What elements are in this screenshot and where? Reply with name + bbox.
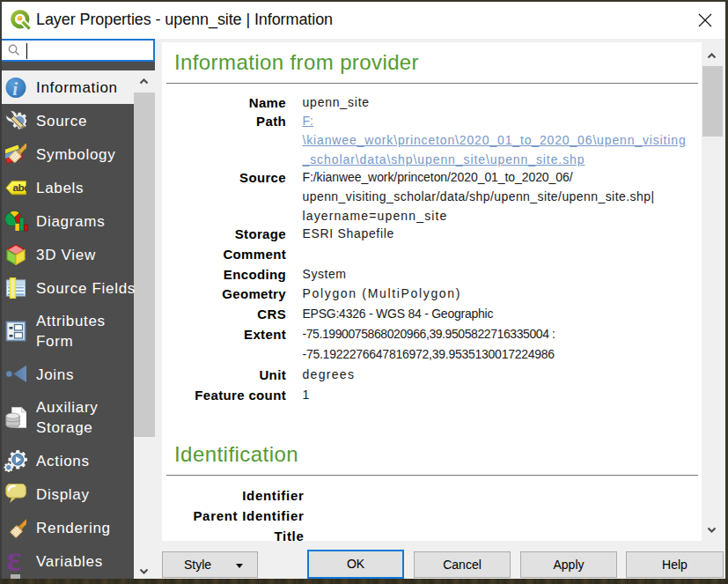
svg-text:i: i [12,78,18,99]
svg-text:ε: ε [6,537,21,579]
svg-text:abc: abc [12,181,26,194]
